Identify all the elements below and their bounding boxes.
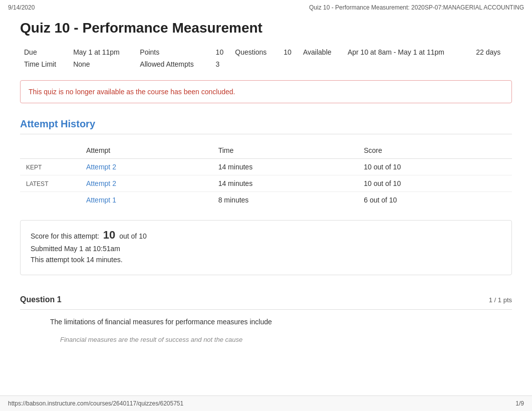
question-section: Question 1 1 / 1 pts The limitations of … [20,290,512,343]
score-line: Score for this attempt: 10 out of 10 [31,229,501,242]
attempt-row-1-score: 10 out of 10 [358,159,512,175]
points-label: Points [136,46,211,58]
col-time: Time [212,142,358,159]
attempt-row-3-label [20,192,80,209]
questions-label: Questions [231,46,280,58]
question-pts: 1 / 1 pts [489,296,512,304]
attempt-history-section: Attempt History Attempt Time Score KEPT … [20,118,512,208]
question-text: The limitations of financial measures fo… [50,318,512,326]
attempt-row-1-link[interactable]: Attempt 2 [80,159,212,175]
col-attempt: Attempt [80,142,212,159]
attempt-table-header: Attempt Time Score [20,142,512,159]
allowed-attempts-value: 3 [212,58,231,70]
score-number: 10 [103,229,115,241]
points-value: 10 [212,46,231,58]
questions-value: 10 [280,46,299,58]
attempt-row-1: KEPT Attempt 2 14 minutes 10 out of 10 [20,159,512,175]
duration-line: This attempt took 14 minutes. [31,256,501,264]
col-score: Score [358,142,512,159]
attempt-row-1-label: KEPT [20,159,80,175]
answer-hint: Financial measures are the result of suc… [50,336,512,343]
time-limit-value: None [69,58,136,70]
attempt-row-2: LATEST Attempt 2 14 minutes 10 out of 10 [20,175,512,192]
due-label: Due [20,46,69,58]
col-label [20,142,80,159]
attempt-row-2-link[interactable]: Attempt 2 [80,175,212,192]
meta-row-2: Time Limit None Allowed Attempts 3 [20,58,512,70]
due-value: May 1 at 11pm [69,46,136,58]
attempt-row-3-time: 8 minutes [212,192,358,209]
question-header: Question 1 1 / 1 pts [20,290,512,310]
footer-url: https://babson.instructure.com/courses/2… [8,400,183,407]
score-summary-box: Score for this attempt: 10 out of 10 Sub… [20,220,512,275]
question-body: The limitations of financial measures fo… [20,318,512,343]
attempt-row-1-time: 14 minutes [212,159,358,175]
notice-text: This quiz is no longer available as the … [29,88,235,96]
attempt-row-3-link[interactable]: Attempt 1 [80,192,212,209]
meta-row-1: Due May 1 at 11pm Points 10 Questions 10… [20,46,512,58]
available-label: Available [299,46,344,58]
available-value: Apr 10 at 8am - May 1 at 11pm [344,46,472,58]
page-title: Quiz 10 - Performance Measurement [20,20,512,36]
top-course-info: Quiz 10 - Performance Measurement: 2020S… [309,4,524,11]
attempt-row-3-score: 6 out of 10 [358,192,512,209]
time-limit-label: Time Limit [20,58,69,70]
footer-bar: https://babson.instructure.com/courses/2… [0,395,532,411]
score-label: Score for this attempt: [31,232,99,240]
attempt-row-2-time: 14 minutes [212,175,358,192]
top-date: 9/14/2020 [8,4,35,11]
attempt-history-title: Attempt History [20,118,512,134]
quiz-meta-box: Due May 1 at 11pm Points 10 Questions 10… [20,46,512,70]
notice-box: This quiz is no longer available as the … [20,80,512,103]
attempt-row-3: Attempt 1 8 minutes 6 out of 10 [20,192,512,209]
allowed-attempts-label: Allowed Attempts [136,58,211,70]
question-title: Question 1 [20,295,62,304]
attempt-row-2-score: 10 out of 10 [358,175,512,192]
attempt-table: Attempt Time Score KEPT Attempt 2 14 min… [20,142,512,208]
footer-page: 1/9 [515,400,524,407]
score-out-of: out of 10 [119,232,147,240]
available-days: 22 days [472,46,512,58]
attempt-row-2-label: LATEST [20,175,80,192]
quiz-meta-table: Due May 1 at 11pm Points 10 Questions 10… [20,46,512,70]
submitted-line: Submitted May 1 at 10:51am [31,245,501,253]
